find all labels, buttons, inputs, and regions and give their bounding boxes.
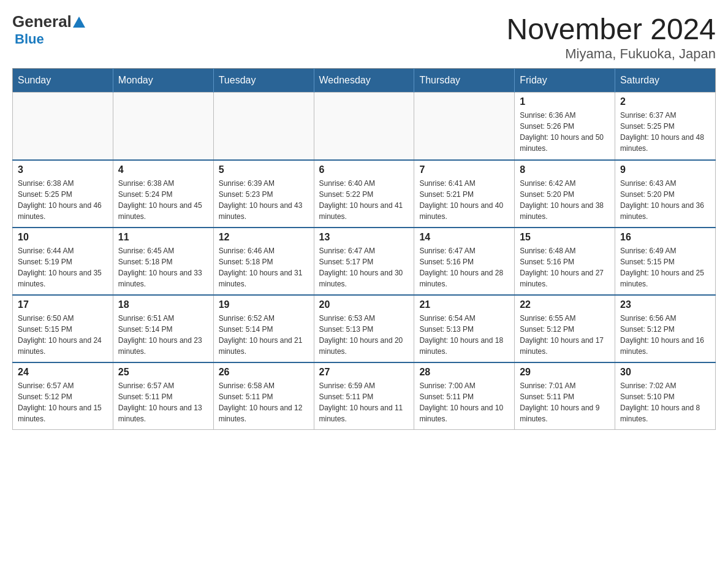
day-info: Sunrise: 6:41 AMSunset: 5:21 PMDaylight:… <box>419 178 509 222</box>
table-row: 19Sunrise: 6:52 AMSunset: 5:14 PMDayligh… <box>213 295 314 362</box>
calendar-week-row: 1Sunrise: 6:36 AMSunset: 5:26 PMDaylight… <box>13 93 716 160</box>
table-row: 12Sunrise: 6:46 AMSunset: 5:18 PMDayligh… <box>213 228 314 295</box>
day-number: 1 <box>520 96 610 107</box>
calendar-week-row: 10Sunrise: 6:44 AMSunset: 5:19 PMDayligh… <box>13 228 716 295</box>
table-row: 6Sunrise: 6:40 AMSunset: 5:22 PMDaylight… <box>314 160 414 228</box>
table-row: 13Sunrise: 6:47 AMSunset: 5:17 PMDayligh… <box>314 228 414 295</box>
day-info: Sunrise: 7:02 AMSunset: 5:10 PMDaylight:… <box>620 380 710 424</box>
day-info: Sunrise: 6:36 AMSunset: 5:26 PMDaylight:… <box>520 110 610 154</box>
day-info: Sunrise: 6:38 AMSunset: 5:25 PMDaylight:… <box>18 178 108 222</box>
table-row <box>13 93 113 160</box>
day-info: Sunrise: 6:55 AMSunset: 5:12 PMDaylight:… <box>520 313 610 357</box>
day-info: Sunrise: 6:45 AMSunset: 5:18 PMDaylight:… <box>118 245 208 289</box>
day-info: Sunrise: 6:37 AMSunset: 5:25 PMDaylight:… <box>620 110 710 154</box>
day-info: Sunrise: 6:47 AMSunset: 5:16 PMDaylight:… <box>419 245 509 289</box>
table-row: 17Sunrise: 6:50 AMSunset: 5:15 PMDayligh… <box>13 295 113 362</box>
calendar-subtitle: Miyama, Fukuoka, Japan <box>506 46 716 62</box>
day-number: 17 <box>18 299 108 310</box>
table-row: 29Sunrise: 7:01 AMSunset: 5:11 PMDayligh… <box>515 362 615 430</box>
day-number: 20 <box>319 299 409 310</box>
table-row: 22Sunrise: 6:55 AMSunset: 5:12 PMDayligh… <box>515 295 615 362</box>
table-row: 24Sunrise: 6:57 AMSunset: 5:12 PMDayligh… <box>13 362 113 430</box>
day-info: Sunrise: 6:53 AMSunset: 5:13 PMDaylight:… <box>319 313 409 357</box>
header-thursday: Thursday <box>414 69 515 93</box>
day-number: 16 <box>620 232 710 243</box>
day-info: Sunrise: 7:01 AMSunset: 5:11 PMDaylight:… <box>520 380 610 424</box>
day-info: Sunrise: 6:47 AMSunset: 5:17 PMDaylight:… <box>319 245 409 289</box>
day-info: Sunrise: 6:54 AMSunset: 5:13 PMDaylight:… <box>419 313 509 357</box>
day-number: 15 <box>520 232 610 243</box>
table-row: 16Sunrise: 6:49 AMSunset: 5:15 PMDayligh… <box>615 228 716 295</box>
day-info: Sunrise: 6:59 AMSunset: 5:11 PMDaylight:… <box>319 380 409 424</box>
logo-general-label: General <box>12 12 72 31</box>
day-info: Sunrise: 6:51 AMSunset: 5:14 PMDaylight:… <box>118 313 208 357</box>
table-row: 4Sunrise: 6:38 AMSunset: 5:24 PMDaylight… <box>113 160 213 228</box>
header-friday: Friday <box>515 69 615 93</box>
day-number: 19 <box>219 299 309 310</box>
day-number: 11 <box>118 232 208 243</box>
day-number: 30 <box>620 367 710 378</box>
day-number: 28 <box>419 367 509 378</box>
table-row: 9Sunrise: 6:43 AMSunset: 5:20 PMDaylight… <box>615 160 716 228</box>
logo-triangle-icon <box>73 17 85 28</box>
logo-general-text: General <box>12 12 86 31</box>
day-number: 21 <box>419 299 509 310</box>
table-row: 28Sunrise: 7:00 AMSunset: 5:11 PMDayligh… <box>414 362 515 430</box>
day-info: Sunrise: 6:57 AMSunset: 5:11 PMDaylight:… <box>118 380 208 424</box>
day-info: Sunrise: 6:49 AMSunset: 5:15 PMDaylight:… <box>620 245 710 289</box>
day-info: Sunrise: 6:43 AMSunset: 5:20 PMDaylight:… <box>620 178 710 222</box>
day-number: 4 <box>118 164 208 175</box>
table-row: 10Sunrise: 6:44 AMSunset: 5:19 PMDayligh… <box>13 228 113 295</box>
table-row: 15Sunrise: 6:48 AMSunset: 5:16 PMDayligh… <box>515 228 615 295</box>
day-number: 3 <box>18 164 108 175</box>
title-block: November 2024 Miyama, Fukuoka, Japan <box>506 12 716 62</box>
day-info: Sunrise: 6:50 AMSunset: 5:15 PMDaylight:… <box>18 313 108 357</box>
table-row: 23Sunrise: 6:56 AMSunset: 5:12 PMDayligh… <box>615 295 716 362</box>
day-number: 7 <box>419 164 509 175</box>
calendar-week-row: 24Sunrise: 6:57 AMSunset: 5:12 PMDayligh… <box>13 362 716 430</box>
table-row: 26Sunrise: 6:58 AMSunset: 5:11 PMDayligh… <box>213 362 314 430</box>
day-info: Sunrise: 6:40 AMSunset: 5:22 PMDaylight:… <box>319 178 409 222</box>
day-number: 10 <box>18 232 108 243</box>
day-number: 2 <box>620 96 710 107</box>
day-info: Sunrise: 6:56 AMSunset: 5:12 PMDaylight:… <box>620 313 710 357</box>
table-row: 20Sunrise: 6:53 AMSunset: 5:13 PMDayligh… <box>314 295 414 362</box>
day-info: Sunrise: 6:46 AMSunset: 5:18 PMDaylight:… <box>219 245 309 289</box>
table-row <box>213 93 314 160</box>
table-row: 5Sunrise: 6:39 AMSunset: 5:23 PMDaylight… <box>213 160 314 228</box>
day-info: Sunrise: 7:00 AMSunset: 5:11 PMDaylight:… <box>419 380 509 424</box>
day-info: Sunrise: 6:52 AMSunset: 5:14 PMDaylight:… <box>219 313 309 357</box>
day-number: 9 <box>620 164 710 175</box>
table-row: 27Sunrise: 6:59 AMSunset: 5:11 PMDayligh… <box>314 362 414 430</box>
table-row: 25Sunrise: 6:57 AMSunset: 5:11 PMDayligh… <box>113 362 213 430</box>
day-number: 6 <box>319 164 409 175</box>
day-number: 23 <box>620 299 710 310</box>
day-number: 14 <box>419 232 509 243</box>
day-number: 27 <box>319 367 409 378</box>
day-number: 5 <box>219 164 309 175</box>
logo: General Blue <box>12 12 86 47</box>
day-number: 8 <box>520 164 610 175</box>
day-info: Sunrise: 6:57 AMSunset: 5:12 PMDaylight:… <box>18 380 108 424</box>
logo-blue-text: Blue <box>15 31 44 47</box>
header-sunday: Sunday <box>13 69 113 93</box>
day-number: 13 <box>319 232 409 243</box>
calendar-title: November 2024 <box>506 12 716 46</box>
table-row <box>113 93 213 160</box>
day-number: 12 <box>219 232 309 243</box>
page-header: General Blue November 2024 Miyama, Fukuo… <box>12 12 716 62</box>
table-row: 3Sunrise: 6:38 AMSunset: 5:25 PMDaylight… <box>13 160 113 228</box>
calendar-week-row: 17Sunrise: 6:50 AMSunset: 5:15 PMDayligh… <box>13 295 716 362</box>
table-row: 2Sunrise: 6:37 AMSunset: 5:25 PMDaylight… <box>615 93 716 160</box>
weekday-header-row: Sunday Monday Tuesday Wednesday Thursday… <box>13 69 716 93</box>
header-wednesday: Wednesday <box>314 69 414 93</box>
table-row: 1Sunrise: 6:36 AMSunset: 5:26 PMDaylight… <box>515 93 615 160</box>
day-info: Sunrise: 6:58 AMSunset: 5:11 PMDaylight:… <box>219 380 309 424</box>
table-row: 8Sunrise: 6:42 AMSunset: 5:20 PMDaylight… <box>515 160 615 228</box>
table-row: 21Sunrise: 6:54 AMSunset: 5:13 PMDayligh… <box>414 295 515 362</box>
calendar-week-row: 3Sunrise: 6:38 AMSunset: 5:25 PMDaylight… <box>13 160 716 228</box>
day-number: 18 <box>118 299 208 310</box>
table-row: 11Sunrise: 6:45 AMSunset: 5:18 PMDayligh… <box>113 228 213 295</box>
table-row <box>414 93 515 160</box>
calendar-table: Sunday Monday Tuesday Wednesday Thursday… <box>12 68 716 430</box>
